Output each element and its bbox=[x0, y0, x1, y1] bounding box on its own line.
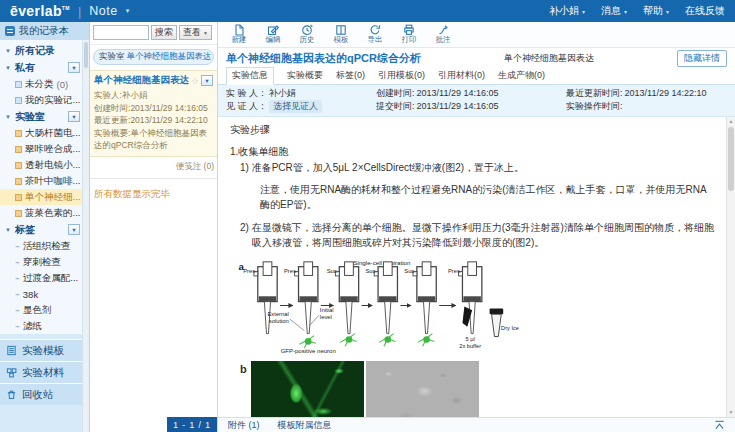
sidebar-section-lab[interactable]: ▼ 实验室 ▼ bbox=[0, 108, 89, 125]
step-2: 2) 在显微镜下，选择分离的单个细胞。显微下操作利用压力(3毫升注射器)清除单个… bbox=[230, 220, 715, 250]
sidebar-item-templates[interactable]: 实验模板 bbox=[0, 339, 89, 361]
sidebar-tag-chromogenic[interactable]: ⌁ 显色剂 bbox=[0, 302, 89, 318]
tab-products[interactable]: 生成产物(0) bbox=[498, 69, 545, 84]
section-dropdown-button[interactable]: ▼ bbox=[68, 111, 80, 122]
sidebar-section-tags[interactable]: ▼ 标签 ▼ bbox=[0, 221, 89, 238]
tab-experiment-summary[interactable]: 实验概要 bbox=[287, 69, 323, 84]
notebook-icon bbox=[5, 26, 15, 36]
filter-pill-row: 实验室单个神经细胞基因表达 bbox=[90, 45, 217, 70]
scrollbar-thumb[interactable] bbox=[84, 42, 88, 68]
tag-icon: ⌁ bbox=[15, 306, 20, 315]
tube-cap-shape bbox=[490, 308, 504, 314]
star-icon[interactable]: ☆ bbox=[191, 76, 199, 86]
edit-button[interactable]: 编辑 bbox=[256, 24, 290, 44]
select-witness-button[interactable]: 选择见证人 bbox=[269, 100, 322, 113]
tag-icon: ⌁ bbox=[15, 242, 20, 251]
figure-b-label: b bbox=[240, 361, 247, 378]
template-button[interactable]: 模板 bbox=[324, 24, 358, 44]
print-button[interactable]: 打印 bbox=[392, 24, 426, 44]
expander-icon[interactable]: ▼ bbox=[5, 65, 11, 71]
sidebar-tag-filter-paper[interactable]: ⌁ 滤纸 bbox=[0, 318, 89, 334]
view-dropdown-button[interactable]: 查看▼ bbox=[179, 25, 212, 40]
export-button[interactable]: 导出 bbox=[358, 24, 392, 44]
collapse-panel-button[interactable] bbox=[714, 420, 725, 430]
search-button[interactable]: 搜索 bbox=[151, 25, 177, 40]
user-menu[interactable]: 补小娟▾ bbox=[549, 4, 585, 18]
lab-notebook-icon bbox=[15, 210, 22, 217]
new-button[interactable]: 新建 bbox=[222, 24, 256, 44]
pagination[interactable]: 1 - 1 / 1 bbox=[167, 417, 217, 432]
detail-footer: 附件 (1) 模板附属信息 bbox=[218, 417, 735, 432]
expander-icon[interactable]: ▼ bbox=[5, 114, 11, 120]
lab-notebook-icon bbox=[15, 178, 22, 185]
logo-tm: TM bbox=[62, 5, 70, 11]
card-dropdown-button[interactable]: ▼ bbox=[201, 75, 213, 86]
template-info-link[interactable]: 模板附属信息 bbox=[278, 419, 332, 432]
lab-notebook-icon bbox=[15, 162, 22, 169]
tab-cited-materials[interactable]: 引用材料(0) bbox=[438, 69, 485, 84]
chevron-down-icon: ▾ bbox=[666, 8, 669, 15]
sidebar: 我的记录本 ▼ 所有记录 ▼ 私有 ▼ 未分类 (0) 我的实验记... (1)… bbox=[0, 22, 90, 432]
figure-a-aspiration-diagram: a Single-cell aspiration Pres. Pres. Suc… bbox=[234, 257, 715, 358]
step-note: 注意，使用无RNA酶的耗材和整个过程避免RNA的污染(清洁工作区，戴上手套，口罩… bbox=[230, 182, 715, 212]
lab-notebook-icon bbox=[15, 130, 22, 137]
feedback-link[interactable]: 在线反馈 bbox=[685, 4, 725, 18]
scrollbar-thumb[interactable] bbox=[728, 127, 734, 191]
experiment-card-title[interactable]: 单个神经细胞基因表达... bbox=[94, 74, 189, 87]
tab-cited-templates[interactable]: 引用模板(0) bbox=[378, 69, 425, 84]
sidebar-item-single-neuron-selected[interactable]: 单个神经细... (1) bbox=[0, 189, 89, 205]
attachments-link[interactable]: 附件 (1) bbox=[228, 419, 260, 432]
initial-level-label: Initial bbox=[320, 307, 334, 313]
history-button[interactable]: 历史 bbox=[290, 24, 324, 44]
messages-menu[interactable]: 消息▾ bbox=[601, 4, 627, 18]
external-solution-label2: solution bbox=[269, 318, 289, 324]
sidebar-item-tem[interactable]: 透射电镜小... (0) bbox=[0, 157, 89, 173]
suction-label: Suc. bbox=[404, 268, 416, 274]
trash-icon bbox=[6, 389, 17, 400]
notebook-filter-pill[interactable]: 实验室单个神经细胞基因表达 bbox=[93, 49, 214, 65]
product-name: Note bbox=[89, 4, 117, 18]
pressure-label: Pres. bbox=[243, 268, 257, 274]
fluorescence-image: 10 μm bbox=[251, 361, 364, 417]
section-dropdown-button[interactable]: ▼ bbox=[68, 62, 80, 73]
sidebar-item-materials[interactable]: 实验材料 bbox=[0, 361, 89, 383]
chevron-down-icon: ▼ bbox=[203, 30, 208, 36]
sidebar-item-spinach-pigment[interactable]: 菠菜色素的... (1) bbox=[0, 205, 89, 221]
sidebar-item-synthesis[interactable]: 翠咔唑合成... (7) bbox=[0, 141, 89, 157]
product-chevron-down-icon[interactable]: ▾ bbox=[126, 7, 130, 15]
sidebar-tag-puncture[interactable]: ⌁ 穿刺检查 bbox=[0, 254, 89, 270]
sidebar-item-uncategorized[interactable]: 未分类 (0) bbox=[0, 76, 89, 92]
sidebar-tag-metal-complex[interactable]: ⌁ 过渡金属配... bbox=[0, 270, 89, 286]
sidebar-item-all-records[interactable]: ▼ 所有记录 bbox=[0, 42, 89, 59]
dic-image bbox=[366, 361, 479, 417]
sidebar-item-my-experiments[interactable]: 我的实验记... (1) bbox=[0, 92, 89, 108]
sidebar-scrollbar[interactable] bbox=[82, 40, 89, 432]
search-input[interactable] bbox=[93, 25, 149, 40]
section-dropdown-button[interactable]: ▼ bbox=[68, 224, 80, 235]
logo-divider: | bbox=[78, 4, 81, 19]
expander-icon[interactable]: ▼ bbox=[5, 227, 11, 233]
sidebar-header-my-notebooks[interactable]: 我的记录本 bbox=[0, 22, 89, 40]
sidebar-item-recycle-bin[interactable]: 回收站 bbox=[0, 383, 89, 405]
tab-tags[interactable]: 标签(0) bbox=[336, 69, 365, 84]
sidebar-tag-38k[interactable]: ⌁ 38k bbox=[0, 286, 89, 302]
sticky-notes-link[interactable]: 便笺注 (0) bbox=[90, 157, 217, 179]
tab-experiment-info[interactable]: 实验信息 bbox=[226, 67, 274, 85]
gfp-neuron-label: GFP-positive neuron bbox=[281, 348, 336, 354]
app-logo[interactable]: ēverlabTM bbox=[10, 3, 70, 19]
hide-details-button[interactable]: 隐藏详情 bbox=[677, 50, 727, 67]
experiment-card[interactable]: 单个神经细胞基因表达... ☆ ▼ 实验人:补小娟 创建时间:2013/11/2… bbox=[90, 70, 217, 157]
sidebar-item-tea-caffeine[interactable]: 茶叶中咖啡... (2) bbox=[0, 173, 89, 189]
annotate-button[interactable]: 批注 bbox=[426, 24, 460, 44]
content-scrollbar[interactable] bbox=[726, 117, 735, 417]
sidebar-tree: ▼ 所有记录 ▼ 私有 ▼ 未分类 (0) 我的实验记... (1) ▼ 实验室… bbox=[0, 40, 89, 334]
chevron-down-icon: ▾ bbox=[624, 8, 627, 15]
sidebar-item-ecoli[interactable]: 大肠杆菌电... (5) bbox=[0, 125, 89, 141]
info-experimenter: 实 验 人：补小娟 bbox=[226, 87, 376, 100]
sidebar-tag-biopsy[interactable]: ⌁ 活组织检查 bbox=[0, 238, 89, 254]
help-menu[interactable]: 帮助▾ bbox=[643, 4, 669, 18]
expander-icon[interactable]: ▼ bbox=[5, 48, 11, 54]
sidebar-section-private[interactable]: ▼ 私有 ▼ bbox=[0, 59, 89, 76]
detail-tabs: 实验信息 实验概要 标签(0) 引用模板(0) 引用材料(0) 生成产物(0) bbox=[218, 69, 735, 85]
external-solution-label: External bbox=[267, 311, 288, 317]
